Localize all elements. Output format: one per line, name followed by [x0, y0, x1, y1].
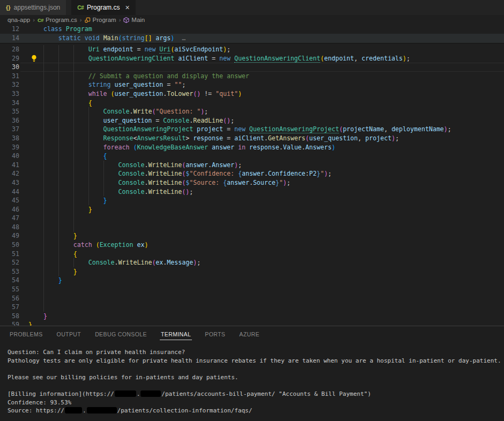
- code-token: WriteLine: [118, 259, 152, 266]
- code-token: }: [317, 170, 321, 177]
- chevron-right-icon: ›: [118, 17, 122, 23]
- code-line: 29 QuestionAnsweringClient aiClient = ne…: [0, 54, 504, 63]
- fold-ellipsis-icon[interactable]: ⋯: [182, 36, 186, 43]
- tab-appsettings-json[interactable]: {} appsettings.json: [0, 0, 66, 15]
- code-text: user_question = Console.ReadLine();: [28, 116, 234, 125]
- code-token: Exception: [100, 241, 134, 249]
- code-text: }: [28, 320, 32, 326]
- breadcrumb-item-method[interactable]: Main: [123, 17, 145, 23]
- terminal-output[interactable]: Question: Can I claim on private health …: [0, 342, 504, 415]
- line-number: 35: [0, 107, 19, 116]
- breadcrumb-item-class[interactable]: Program: [85, 17, 116, 23]
- line-number: 42: [0, 169, 19, 178]
- code-token: KnowledgeBaseAnswer: [137, 144, 208, 151]
- code-token: user_question: [115, 90, 164, 97]
- code-token: ;: [231, 117, 234, 124]
- code-token: =: [227, 134, 234, 142]
- code-token: !=: [201, 90, 216, 97]
- code-token: }: [73, 268, 77, 275]
- code-token: Value: [283, 144, 302, 151]
- line-number: 34: [0, 99, 19, 108]
- code-token: }: [28, 321, 32, 326]
- code-token: }: [276, 179, 279, 186]
- vscode-window: { "tabs": [ {"label": "appsettings.json"…: [0, 0, 504, 421]
- code-token: (: [111, 90, 115, 97]
- code-token: (: [118, 34, 122, 42]
- code-token: aiSvcEndpoint: [174, 46, 223, 53]
- code-line: 57: [0, 303, 504, 312]
- sticky-line: 14 static void Main(string[] args)⋯: [0, 34, 504, 43]
- panel-tab-ports[interactable]: PORTS: [205, 326, 225, 342]
- code-token: ): [223, 46, 227, 53]
- code-token: Console: [118, 161, 145, 169]
- sticky-scroll[interactable]: 12 class Program14 static void Main(stri…: [0, 25, 504, 44]
- code-token: string: [88, 81, 111, 88]
- code-token: ): [444, 125, 448, 133]
- code-token: endpoint: [324, 55, 354, 62]
- panel-tab-terminal[interactable]: TERMINAL: [161, 326, 191, 342]
- code-token: Write: [133, 108, 152, 115]
- code-line: 48: [0, 223, 504, 232]
- code-token: Answers: [306, 144, 332, 151]
- code-line: 56: [0, 294, 504, 303]
- panel-tab-output[interactable]: OUTPUT: [57, 326, 81, 342]
- code-token: Uri: [88, 46, 100, 53]
- panel-tab-debug-console[interactable]: DEBUG CONSOLE: [95, 326, 147, 342]
- code-token: }: [73, 232, 77, 239]
- code-token: ;: [227, 46, 231, 53]
- code-line: 42 Console.WriteLine($"Confidence: {answ…: [0, 169, 504, 178]
- code-token: (: [306, 134, 309, 142]
- tab-program-cs[interactable]: C# Program.cs ×: [71, 0, 135, 15]
- terminal-line: Please see our billing policies for in-p…: [8, 373, 504, 382]
- code-token: // Submit a question and display the ans…: [88, 72, 249, 80]
- panel-tab-problems[interactable]: PROBLEMS: [10, 326, 43, 342]
- line-number: 51: [0, 250, 19, 259]
- terminal-line: [Billing information](https://./patients…: [8, 390, 504, 399]
- breadcrumb-label: Program: [93, 17, 116, 23]
- code-text: Console.Write("Question: ");: [28, 107, 208, 116]
- code-editor[interactable]: 12 class Program14 static void Main(stri…: [0, 25, 504, 326]
- code-token: project: [193, 125, 227, 133]
- code-token: new: [219, 55, 234, 62]
- code-line: 30: [0, 63, 504, 72]
- close-icon[interactable]: ×: [125, 4, 129, 11]
- code-token: ": [321, 170, 324, 177]
- class-icon: [85, 17, 91, 23]
- terminal-line: Question: Can I claim on private health …: [8, 348, 504, 357]
- breadcrumb-item-file[interactable]: C# Program.cs: [38, 17, 77, 23]
- code-token: Console: [118, 179, 145, 186]
- editor-tab-bar: {} appsettings.json C# Program.cs ×: [0, 0, 504, 15]
- code-line: 37 QuestionAnsweringProject project = ne…: [0, 125, 504, 134]
- code-token: ;: [328, 170, 332, 177]
- lightbulb-icon[interactable]: [31, 55, 38, 64]
- code-token: ): [171, 34, 174, 42]
- code-line: 45 }: [0, 196, 504, 205]
- code-line: 58 }: [0, 312, 504, 321]
- code-token: Console: [118, 188, 145, 196]
- breadcrumb: qna-app › C# Program.cs › Program › Main: [0, 15, 504, 25]
- breadcrumb-item-folder[interactable]: qna-app: [8, 17, 30, 23]
- code-text: static void Main(string[] args)⋯: [28, 34, 186, 43]
- terminal-line: Source: https://./patients/collection-in…: [8, 407, 504, 415]
- code-token: WriteLine: [148, 179, 182, 186]
- code-line: 40 {: [0, 152, 504, 161]
- code-token: aiClient: [234, 134, 264, 142]
- code-token: .: [264, 134, 268, 142]
- panel-tab-bar: PROBLEMS OUTPUT DEBUG CONSOLE TERMINAL P…: [0, 326, 504, 342]
- code-text: Console.WriteLine();: [28, 187, 193, 197]
- code-line: 54 }: [0, 276, 504, 285]
- line-number: 48: [0, 223, 19, 232]
- code-token: Response: [103, 134, 134, 142]
- panel-tab-azure[interactable]: AZURE: [239, 326, 260, 342]
- code-token: =: [227, 125, 234, 133]
- terminal-line: [8, 365, 504, 373]
- code-area[interactable]: 28 Uri endpoint = new Uri(aiSvcEndpoint)…: [0, 45, 504, 326]
- code-text: QuestionAnsweringClient aiClient = new Q…: [28, 54, 410, 63]
- code-token: in: [238, 144, 249, 151]
- code-token: {: [223, 179, 227, 186]
- line-number: 32: [0, 80, 19, 89]
- code-token: ): [238, 90, 242, 97]
- code-text: }: [28, 196, 107, 205]
- code-token: endpoint: [100, 46, 137, 53]
- code-text: Console.WriteLine($"Confidence: {answer.…: [28, 169, 332, 178]
